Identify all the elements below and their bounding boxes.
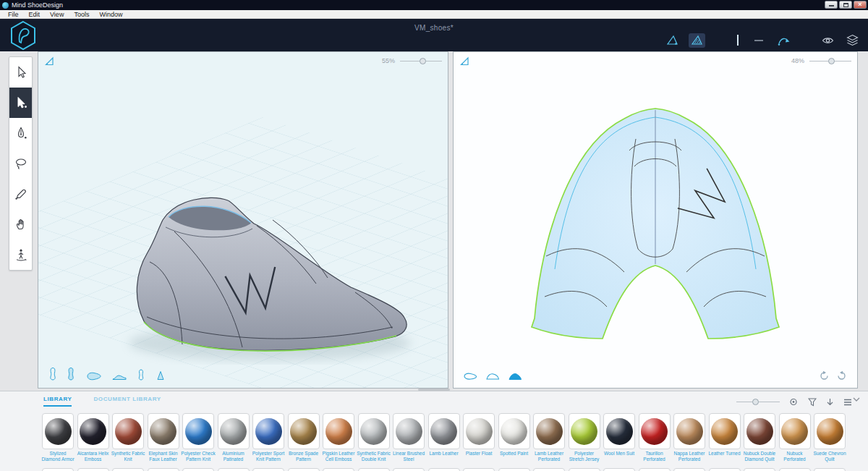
upper-outline-icon[interactable]	[485, 371, 501, 381]
material-swatch-partial[interactable]	[148, 468, 179, 471]
tab-document-library[interactable]: DOCUMENT LIBRARY	[93, 396, 161, 407]
material-swatch-partial[interactable]	[569, 468, 600, 471]
menu-window[interactable]: Window	[94, 11, 127, 18]
visibility-button[interactable]	[820, 34, 836, 47]
maximize-button[interactable]	[839, 1, 852, 9]
viewport-3d[interactable]: 55%	[38, 51, 448, 389]
material-swatch-partial[interactable]	[218, 468, 250, 471]
menu-edit[interactable]: Edit	[24, 11, 46, 18]
refresh-left-icon[interactable]	[819, 370, 830, 381]
material-swatch-partial[interactable]	[533, 468, 565, 471]
material-swatch-partial[interactable]	[323, 468, 354, 471]
sole-top-icon[interactable]	[85, 371, 102, 381]
lasso-tool-button[interactable]	[9, 148, 32, 179]
material-swatch-partial[interactable]	[182, 468, 214, 471]
material-swatch-partial[interactable]	[393, 468, 425, 471]
zoom-slider-2d[interactable]	[809, 58, 851, 64]
close-button[interactable]: ×	[854, 1, 867, 9]
line-tool-button[interactable]	[733, 33, 743, 48]
navigate-3d-tool-button[interactable]	[9, 239, 32, 270]
thumbnail-size-slider[interactable]	[736, 399, 780, 405]
material-swatch-partial[interactable]	[779, 468, 811, 471]
hand-icon	[14, 217, 28, 232]
material-swatch-partial[interactable]	[498, 468, 530, 471]
select-tool-button[interactable]	[9, 57, 32, 88]
material-swatch-partial[interactable]	[42, 468, 74, 471]
viewport-corner-button[interactable]	[459, 56, 469, 69]
zoom-knob-3d[interactable]	[420, 58, 426, 64]
heel-icon[interactable]	[155, 370, 166, 381]
material-swatch-partial[interactable]	[673, 468, 705, 471]
material-swatch[interactable]: Lamb Leather Perforated	[533, 413, 565, 462]
material-swatch-partial[interactable]	[744, 468, 775, 471]
thumbnail-size-knob[interactable]	[752, 399, 759, 405]
menu-tools[interactable]: Tools	[69, 11, 94, 18]
menu-view[interactable]: View	[45, 11, 69, 18]
menu-file[interactable]: File	[3, 11, 24, 18]
material-swatch[interactable]: Aluminium Patinated	[218, 413, 250, 462]
menu-icon[interactable]	[843, 399, 852, 406]
material-swatch-partial[interactable]	[709, 468, 741, 471]
material-swatch[interactable]: Stylized Diamond Armor Emboss	[42, 413, 74, 462]
refresh-right-icon[interactable]	[836, 370, 847, 381]
material-ball-icon[interactable]	[789, 397, 799, 407]
material-swatch-partial[interactable]	[252, 468, 284, 471]
shoe-profile-icon[interactable]	[111, 371, 127, 381]
material-swatch-partial[interactable]	[112, 468, 144, 471]
material-swatch[interactable]: Nubuck Double Diamond Quilt	[744, 413, 775, 462]
titlebar: Mind ShoeDesign ×	[0, 0, 868, 10]
filter-icon[interactable]	[808, 398, 817, 407]
last-tilted-icon[interactable]	[67, 367, 75, 381]
material-swatch[interactable]: Nubuck Perforated	[779, 413, 811, 462]
material-swatch[interactable]: Spotted Paint	[498, 413, 530, 462]
material-swatch[interactable]: Polyester Check Pattern Knit	[182, 413, 214, 462]
sole-outline-icon[interactable]	[462, 371, 478, 381]
material-swatch[interactable]: Lamb Leather	[428, 413, 460, 462]
material-swatch[interactable]: Synthetic Fabric Knit	[112, 413, 144, 462]
viewport-2d[interactable]: 48%	[453, 51, 858, 389]
material-swatch[interactable]: Linear Brushed Steel	[393, 413, 425, 462]
material-swatch[interactable]: Leather Turned	[709, 413, 741, 462]
material-swatch-partial[interactable]	[814, 468, 846, 471]
minimize-button[interactable]	[825, 1, 838, 9]
material-swatch-partial[interactable]	[288, 468, 320, 471]
viewport-corner-button[interactable]	[44, 56, 54, 69]
zoom-knob-2d[interactable]	[828, 58, 835, 64]
material-swatch[interactable]: Plaster Float	[463, 413, 495, 462]
hatch-tool-button[interactable]	[689, 33, 705, 48]
last-small-icon[interactable]	[137, 368, 145, 381]
material-swatch[interactable]: Pigskin Leather Cell Emboss	[323, 413, 354, 462]
library-panel: LIBRARY DOCUMENT LIBRARY Stylized Diamon…	[0, 391, 868, 471]
material-swatch[interactable]: Nappa Leather Perforated	[673, 413, 705, 462]
material-swatch[interactable]: Polyester Stretch Jersey	[569, 413, 600, 462]
direct-select-tool-button[interactable]	[9, 88, 32, 118]
curve-tool-button[interactable]	[775, 33, 792, 48]
pencil-tool-button[interactable]	[9, 179, 32, 209]
material-swatch[interactable]: Wool Men Suit	[603, 413, 635, 462]
pen-tool-button[interactable]	[9, 118, 32, 148]
material-swatch[interactable]: Suede Chevron Quilt	[814, 413, 846, 462]
material-swatch[interactable]: Taurillon Perforated	[639, 413, 671, 462]
material-swatch-partial[interactable]	[77, 468, 109, 471]
sort-down-icon[interactable]	[826, 398, 834, 407]
pattern-selected-icon[interactable]	[507, 371, 523, 381]
pan-tool-button[interactable]	[9, 209, 32, 239]
collapse-panel-button[interactable]	[852, 392, 861, 405]
zoom-label-2d: 48%	[791, 57, 804, 64]
material-swatch[interactable]: Elephant Skin Faux Leather	[148, 413, 179, 462]
last-upright-icon[interactable]	[48, 367, 57, 381]
zoom-slider-3d[interactable]	[400, 58, 442, 64]
angle-tool-button[interactable]	[664, 33, 681, 48]
material-swatch[interactable]: Polyester Sport Knit Pattern	[252, 413, 284, 462]
material-swatch-partial[interactable]	[428, 468, 460, 471]
material-swatch-partial[interactable]	[463, 468, 495, 471]
material-swatch[interactable]: Alcantara Helix Emboss	[77, 413, 109, 462]
layers-button[interactable]	[844, 33, 861, 48]
material-swatch[interactable]: Synthetic Fabric Double Knit	[358, 413, 390, 462]
material-swatch-partial[interactable]	[603, 468, 635, 471]
material-swatch-partial[interactable]	[358, 468, 390, 471]
material-swatch[interactable]: Bronze Spade Pattern	[288, 413, 320, 462]
material-swatch-partial[interactable]	[639, 468, 671, 471]
tab-library[interactable]: LIBRARY	[43, 396, 72, 407]
dash-tool-button[interactable]	[751, 33, 767, 48]
